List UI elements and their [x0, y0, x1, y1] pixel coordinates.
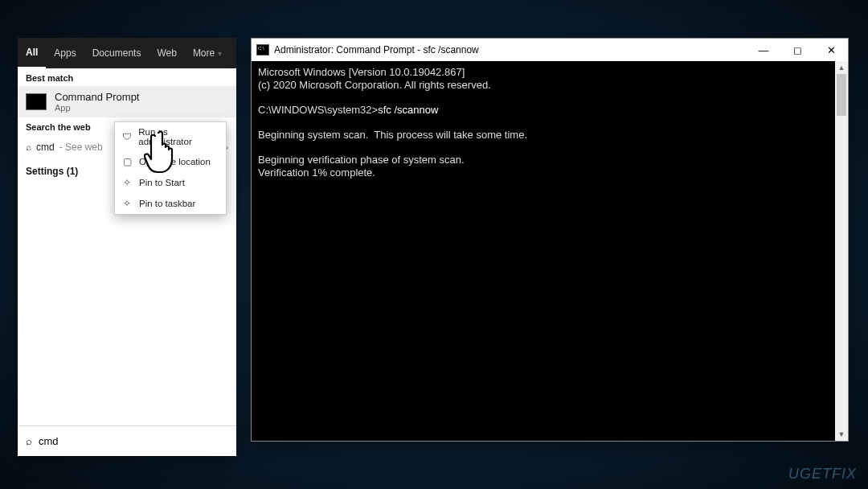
context-menu: 🛡 Run as administrator ▢ Open file locat… [114, 121, 227, 215]
tab-web[interactable]: Web [149, 38, 184, 68]
command-prompt-icon [26, 93, 47, 110]
best-match-result[interactable]: Command Prompt App [18, 86, 236, 117]
tab-documents[interactable]: Documents [84, 38, 149, 68]
watermark: UGETFIX [788, 466, 857, 483]
ctx-open-file-location[interactable]: ▢ Open file location [115, 151, 226, 172]
window-title: Administrator: Command Prompt - sfc /sca… [274, 44, 747, 55]
ctx-run-as-admin[interactable]: 🛡 Run as administrator [115, 122, 226, 151]
tab-apps[interactable]: Apps [46, 38, 84, 68]
window-titlebar[interactable]: Administrator: Command Prompt - sfc /sca… [252, 39, 848, 61]
ctx-pin-to-start[interactable]: ✧ Pin to Start [115, 172, 226, 193]
scrollbar-thumb[interactable] [837, 74, 846, 116]
search-input[interactable] [39, 435, 228, 447]
close-button[interactable]: ✕ [814, 39, 848, 61]
best-match-title: Command Prompt [55, 91, 139, 103]
pin-icon: ✧ [121, 177, 133, 188]
scroll-down-icon[interactable]: ▼ [835, 428, 848, 441]
best-match-header: Best match [18, 68, 236, 86]
shield-icon: 🛡 [121, 131, 132, 142]
vertical-scrollbar[interactable]: ▲ ▼ [835, 61, 848, 441]
tab-all[interactable]: All [18, 38, 46, 68]
console-output[interactable]: Microsoft Windows [Version 10.0.19042.86… [252, 61, 848, 441]
start-search-panel: All Apps Documents Web More▾ Best match … [18, 38, 236, 456]
tab-more[interactable]: More▾ [185, 38, 230, 68]
command-prompt-icon [256, 44, 269, 55]
scroll-up-icon[interactable]: ▲ [835, 61, 848, 74]
web-query-suffix: - See web [59, 142, 103, 153]
search-tabs: All Apps Documents Web More▾ [18, 38, 236, 68]
web-query-text: cmd [36, 142, 55, 153]
command-prompt-window: Administrator: Command Prompt - sfc /sca… [251, 38, 849, 442]
search-icon: ⌕ [26, 435, 32, 447]
best-match-subtitle: App [55, 103, 139, 113]
ctx-pin-to-taskbar[interactable]: ✧ Pin to taskbar [115, 193, 226, 214]
entered-command: sfc /scannow [378, 104, 438, 116]
folder-icon: ▢ [121, 156, 133, 167]
maximize-button[interactable]: ◻ [780, 39, 814, 61]
search-icon: ⌕ [26, 142, 31, 153]
search-box[interactable]: ⌕ [18, 425, 236, 456]
minimize-button[interactable]: — [747, 39, 780, 61]
chevron-down-icon: ▾ [218, 49, 222, 58]
pin-icon: ✧ [121, 198, 133, 209]
